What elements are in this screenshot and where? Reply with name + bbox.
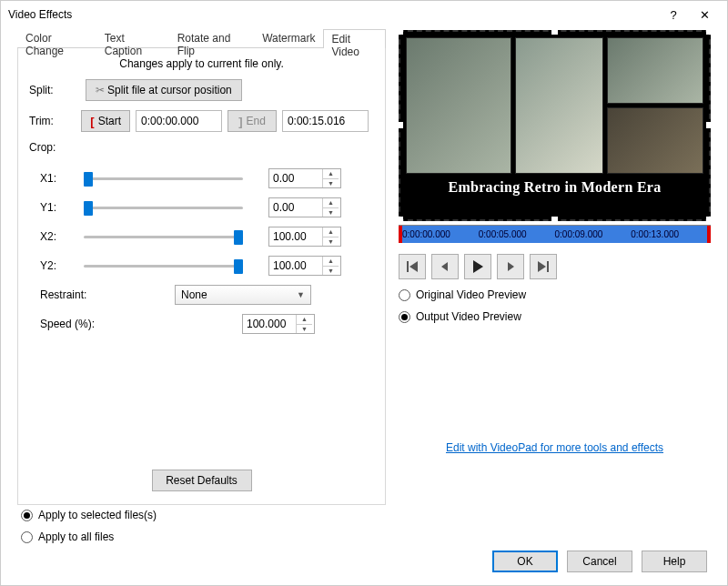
crop-handle[interactable] [397,28,403,35]
y2-label: Y2: [40,259,84,272]
bracket-end-icon: ] [238,115,242,128]
svg-rect-6 [547,261,549,272]
timeline-end-marker[interactable] [707,226,711,243]
reset-defaults-button[interactable]: Reset Defaults [152,470,252,491]
restraint-label: Restraint: [40,288,175,301]
trim-label: Trim: [29,115,81,127]
svg-marker-2 [441,262,448,271]
apply-all-option[interactable]: Apply to all files [21,530,157,543]
trim-end-time[interactable]: 0:00:15.016 [282,110,369,132]
panel-note: Changes apply to current file only. [29,57,374,70]
trim-start-button[interactable]: [ Start [81,110,130,132]
spin-up-icon[interactable]: ▲ [297,315,312,325]
timeline-tick: 0:00:13.000 [631,229,707,239]
y1-value[interactable] [269,198,322,217]
x1-label: X1: [40,172,84,185]
split-label: Split: [29,84,86,96]
frame-forward-button[interactable] [497,254,524,279]
titlebar: Video Effects ? ✕ [1,1,727,28]
preview-frame [607,37,703,104]
tab-bar: Color Change Text Caption Rotate and Fli… [17,28,386,48]
spin-down-icon[interactable]: ▼ [323,179,339,188]
playback-controls [399,254,711,279]
x2-slider[interactable] [84,227,243,246]
timeline-tick: 0:00:05.000 [479,229,555,239]
crop-handle[interactable] [397,122,403,128]
x2-label: X2: [40,230,84,243]
crop-handle[interactable] [551,217,558,223]
speed-spinner[interactable]: ▲▼ [242,314,315,334]
timeline[interactable]: 0:00:00.000 0:00:05.000 0:00:09.000 0:00… [399,225,711,243]
play-button[interactable] [464,254,491,279]
skip-end-button[interactable] [530,254,557,279]
preview-output-option[interactable]: Output Video Preview [399,310,711,323]
y1-slider[interactable] [84,198,243,217]
edit-video-panel: Changes apply to current file only. Spli… [17,48,386,505]
spin-up-icon[interactable]: ▲ [323,227,339,237]
timeline-start-marker[interactable] [399,226,402,243]
crop-label: Crop: [29,141,86,154]
radio-icon [21,510,33,521]
svg-marker-5 [538,261,546,272]
x2-spinner[interactable]: ▲▼ [268,227,341,247]
x1-slider[interactable] [84,169,243,187]
apply-selected-option[interactable]: Apply to selected files(s) [21,509,157,521]
crop-handle[interactable] [551,28,558,35]
spin-up-icon[interactable]: ▲ [323,198,339,208]
split-button[interactable]: ✂ Split file at cursor position [86,79,242,101]
tab-rotate-flip[interactable]: Rotate and Flip [169,28,255,47]
y1-spinner[interactable]: ▲▼ [268,197,341,217]
ok-button[interactable]: OK [492,551,558,572]
x1-value[interactable] [269,169,322,187]
help-icon[interactable]: ? [658,4,689,25]
crop-handle[interactable] [706,28,713,35]
video-preview[interactable]: Embracing Retro in Modern Era [399,30,711,221]
scissors-icon: ✂ [96,84,102,96]
chevron-down-icon: ▼ [297,290,305,299]
speed-value[interactable] [243,315,296,333]
svg-rect-0 [407,261,409,272]
tab-text-caption[interactable]: Text Caption [96,28,169,47]
frame-back-button[interactable] [431,254,459,279]
preview-frame [515,37,603,174]
help-button[interactable]: Help [642,551,707,572]
tab-watermark[interactable]: Watermark [254,28,323,47]
tab-edit-video[interactable]: Edit Video [323,29,386,48]
restraint-select[interactable]: None ▼ [175,285,311,305]
svg-marker-4 [508,262,514,271]
preview-original-option[interactable]: Original Video Preview [399,288,711,301]
speed-label: Speed (%): [40,318,242,330]
crop-handle[interactable] [706,217,713,223]
skip-start-button[interactable] [399,254,426,279]
spin-down-icon[interactable]: ▼ [323,208,339,217]
spin-up-icon[interactable]: ▲ [323,257,339,267]
bracket-start-icon: [ [90,115,94,128]
timeline-tick: 0:00:09.000 [555,229,632,239]
close-icon[interactable]: ✕ [689,4,720,25]
timeline-tick: 0:00:00.000 [402,229,479,239]
crop-handle[interactable] [706,122,713,128]
svg-marker-3 [473,260,483,273]
preview-frame [607,107,703,174]
spin-down-icon[interactable]: ▼ [323,237,339,247]
window-title: Video Effects [8,8,658,21]
crop-handle[interactable] [397,217,403,223]
tab-color-change[interactable]: Color Change [17,28,96,47]
spin-up-icon[interactable]: ▲ [323,169,339,179]
svg-marker-1 [410,261,418,272]
radio-icon [399,289,410,301]
x1-spinner[interactable]: ▲▼ [268,168,341,188]
y2-spinner[interactable]: ▲▼ [268,256,341,276]
y2-slider[interactable] [84,257,243,275]
trim-end-button[interactable]: ] End [228,110,277,132]
video-effects-dialog: Video Effects ? ✕ Color Change Text Capt… [0,0,728,586]
spin-down-icon[interactable]: ▼ [323,267,339,276]
preview-frame [406,37,511,174]
y2-value[interactable] [269,257,322,275]
trim-start-time[interactable]: 0:00:00.000 [136,110,222,132]
preview-collage [406,37,703,174]
videopad-link[interactable]: Edit with VideoPad for more tools and ef… [399,441,711,454]
cancel-button[interactable]: Cancel [567,551,632,572]
spin-down-icon[interactable]: ▼ [297,325,312,334]
x2-value[interactable] [269,227,322,246]
